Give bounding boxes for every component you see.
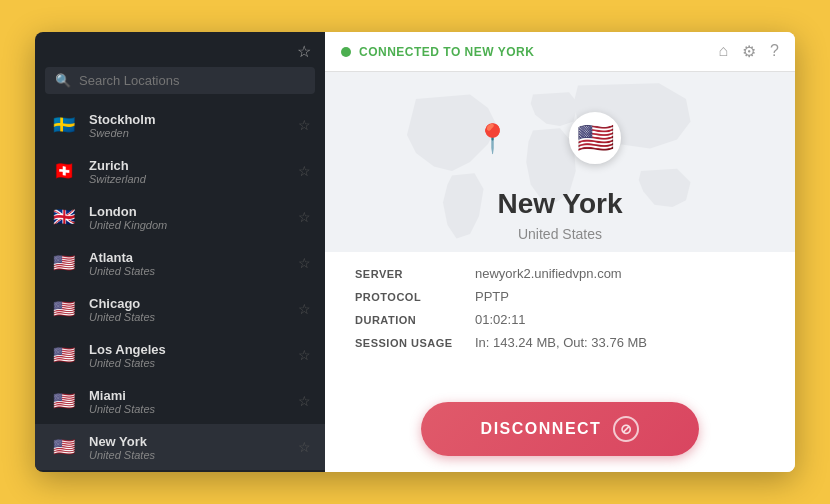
flag-atlanta: 🇺🇸	[49, 248, 79, 278]
info-row-server: SERVER newyork2.unifiedvpn.com	[355, 266, 765, 281]
location-name-chicago: Chicago	[89, 296, 298, 311]
location-country-new-york: United States	[89, 449, 298, 461]
location-item-san-jose[interactable]: 🇺🇸 San Jose United States ☆	[35, 470, 325, 472]
location-info-atlanta: Atlanta United States	[89, 250, 298, 277]
location-fav-chicago[interactable]: ☆	[298, 301, 311, 317]
sidebar-header: ☆	[35, 32, 325, 67]
location-name-london: London	[89, 204, 298, 219]
location-fav-stockholm[interactable]: ☆	[298, 117, 311, 133]
flag-new-york: 🇺🇸	[49, 432, 79, 462]
info-section: SERVER newyork2.unifiedvpn.com PROTOCOL …	[325, 252, 795, 390]
flag-stockholm: 🇸🇪	[49, 110, 79, 140]
flag-london: 🇬🇧	[49, 202, 79, 232]
location-info-zurich: Zurich Switzerland	[89, 158, 298, 185]
location-fav-new-york[interactable]: ☆	[298, 439, 311, 455]
location-country-los-angeles: United States	[89, 357, 298, 369]
flag-miami: 🇺🇸	[49, 386, 79, 416]
map-section: 📍 🇺🇸 New York United States	[325, 72, 795, 252]
info-label: SERVER	[355, 268, 475, 280]
location-item-london[interactable]: 🇬🇧 London United Kingdom ☆	[35, 194, 325, 240]
location-info-los-angeles: Los Angeles United States	[89, 342, 298, 369]
location-info-miami: Miami United States	[89, 388, 298, 415]
info-label: PROTOCOL	[355, 291, 475, 303]
disconnect-icon: ⊘	[613, 416, 639, 442]
disconnect-button[interactable]: DISCONNECT ⊘	[421, 402, 700, 456]
location-fav-london[interactable]: ☆	[298, 209, 311, 225]
main-panel: CONNECTED TO NEW YORK ⌂ ⚙ ?	[325, 32, 795, 472]
location-item-zurich[interactable]: 🇨🇭 Zurich Switzerland ☆	[35, 148, 325, 194]
location-info-london: London United Kingdom	[89, 204, 298, 231]
location-country-stockholm: Sweden	[89, 127, 298, 139]
location-info-chicago: Chicago United States	[89, 296, 298, 323]
location-fav-zurich[interactable]: ☆	[298, 163, 311, 179]
flag-chicago: 🇺🇸	[49, 294, 79, 324]
search-icon: 🔍	[55, 73, 71, 88]
location-info-new-york: New York United States	[89, 434, 298, 461]
disconnect-section: DISCONNECT ⊘	[325, 390, 795, 472]
info-value: In: 143.24 MB, Out: 33.76 MB	[475, 335, 647, 350]
favorites-icon[interactable]: ☆	[297, 42, 311, 61]
location-country-atlanta: United States	[89, 265, 298, 277]
status-dot	[341, 47, 351, 57]
location-name-miami: Miami	[89, 388, 298, 403]
connection-status: CONNECTED TO NEW YORK	[341, 45, 534, 59]
info-row-session-usage: SESSION USAGE In: 143.24 MB, Out: 33.76 …	[355, 335, 765, 350]
location-item-chicago[interactable]: 🇺🇸 Chicago United States ☆	[35, 286, 325, 332]
location-name-zurich: Zurich	[89, 158, 298, 173]
connected-text: CONNECTED TO NEW YORK	[359, 45, 534, 59]
location-name-stockholm: Stockholm	[89, 112, 298, 127]
sidebar: ☆ 🔍 🇸🇪 Stockholm Sweden ☆ 🇨🇭 Zurich Swit…	[35, 32, 325, 472]
home-icon[interactable]: ⌂	[718, 42, 728, 61]
location-item-atlanta[interactable]: 🇺🇸 Atlanta United States ☆	[35, 240, 325, 286]
location-flag: 🇺🇸	[569, 112, 621, 164]
app-window: ☆ 🔍 🇸🇪 Stockholm Sweden ☆ 🇨🇭 Zurich Swit…	[35, 32, 795, 472]
location-country-miami: United States	[89, 403, 298, 415]
location-name-new-york: New York	[89, 434, 298, 449]
info-row-protocol: PROTOCOL PPTP	[355, 289, 765, 304]
search-input[interactable]	[79, 73, 305, 88]
info-value: PPTP	[475, 289, 509, 304]
location-name-los-angeles: Los Angeles	[89, 342, 298, 357]
location-country-chicago: United States	[89, 311, 298, 323]
map-pin: 📍	[475, 122, 510, 155]
city-name: New York	[497, 188, 622, 220]
settings-icon[interactable]: ⚙	[742, 42, 756, 61]
disconnect-label: DISCONNECT	[481, 420, 602, 438]
info-row-duration: DURATION 01:02:11	[355, 312, 765, 327]
flag-zurich: 🇨🇭	[49, 156, 79, 186]
info-value: newyork2.unifiedvpn.com	[475, 266, 622, 281]
country-name: United States	[518, 226, 602, 242]
location-item-miami[interactable]: 🇺🇸 Miami United States ☆	[35, 378, 325, 424]
help-icon[interactable]: ?	[770, 42, 779, 61]
header-icons: ⌂ ⚙ ?	[718, 42, 779, 61]
location-item-stockholm[interactable]: 🇸🇪 Stockholm Sweden ☆	[35, 102, 325, 148]
info-value: 01:02:11	[475, 312, 526, 327]
flag-los-angeles: 🇺🇸	[49, 340, 79, 370]
location-country-london: United Kingdom	[89, 219, 298, 231]
main-header: CONNECTED TO NEW YORK ⌂ ⚙ ?	[325, 32, 795, 72]
info-label: DURATION	[355, 314, 475, 326]
location-info-stockholm: Stockholm Sweden	[89, 112, 298, 139]
location-fav-atlanta[interactable]: ☆	[298, 255, 311, 271]
location-fav-los-angeles[interactable]: ☆	[298, 347, 311, 363]
location-item-new-york[interactable]: 🇺🇸 New York United States ☆	[35, 424, 325, 470]
info-label: SESSION USAGE	[355, 337, 475, 349]
location-list: 🇸🇪 Stockholm Sweden ☆ 🇨🇭 Zurich Switzerl…	[35, 102, 325, 472]
location-country-zurich: Switzerland	[89, 173, 298, 185]
location-fav-miami[interactable]: ☆	[298, 393, 311, 409]
location-name-atlanta: Atlanta	[89, 250, 298, 265]
location-item-los-angeles[interactable]: 🇺🇸 Los Angeles United States ☆	[35, 332, 325, 378]
search-bar[interactable]: 🔍	[45, 67, 315, 94]
